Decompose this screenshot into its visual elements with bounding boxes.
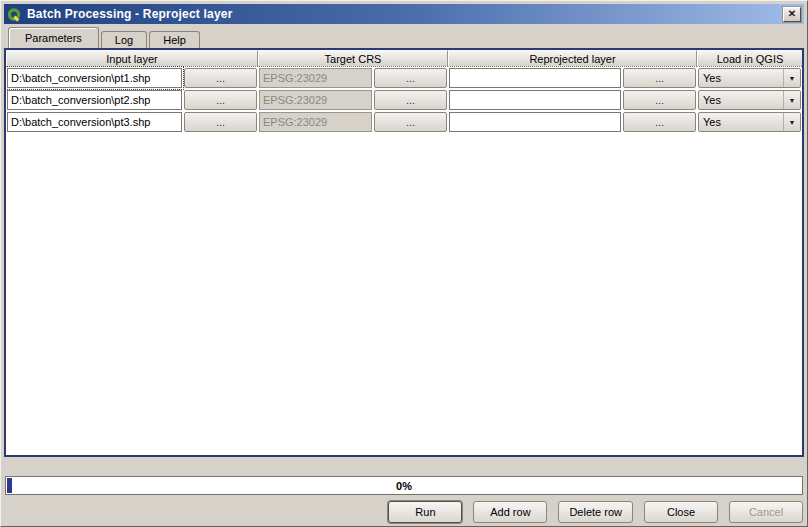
column-header-target-crs: Target CRS [258, 50, 448, 67]
reprojected-layer-field[interactable] [449, 68, 621, 88]
target-crs-browse-button[interactable]: ... [374, 68, 447, 88]
input-layer-field[interactable]: D:\batch_conversion\pt1.shp [7, 68, 182, 88]
reprojected-layer-browse-button[interactable]: ... [623, 90, 696, 110]
column-header-load-in-qgis: Load in QGIS [697, 50, 802, 67]
reprojected-layer-field[interactable] [449, 112, 621, 132]
load-in-qgis-select[interactable]: Yes ▼ [698, 112, 801, 132]
target-crs-browse-button[interactable]: ... [374, 90, 447, 110]
load-in-qgis-select[interactable]: Yes ▼ [698, 90, 801, 110]
close-icon[interactable]: ✕ [783, 7, 801, 22]
delete-row-button[interactable]: Delete row [558, 501, 633, 523]
load-in-qgis-value: Yes [699, 72, 783, 84]
reprojected-layer-browse-button[interactable]: ... [623, 112, 696, 132]
input-layer-browse-button[interactable]: ... [184, 68, 257, 88]
add-row-button[interactable]: Add row [473, 501, 547, 523]
load-in-qgis-value: Yes [699, 94, 783, 106]
chevron-down-icon: ▼ [783, 69, 800, 87]
table-row: D:\batch_conversion\pt2.shp ... EPSG:230… [6, 89, 802, 111]
tab-help[interactable]: Help [149, 31, 200, 48]
window-title: Batch Processing - Reproject layer [27, 7, 783, 21]
reprojected-layer-field[interactable] [449, 90, 621, 110]
cancel-button[interactable]: Cancel [729, 501, 803, 523]
input-layer-field[interactable]: D:\batch_conversion\pt3.shp [7, 112, 182, 132]
run-button[interactable]: Run [388, 501, 462, 523]
load-in-qgis-select[interactable]: Yes ▼ [698, 68, 801, 88]
column-header-input-layer: Input layer [6, 50, 258, 67]
chevron-down-icon: ▼ [783, 113, 800, 131]
input-layer-browse-button[interactable]: ... [184, 90, 257, 110]
target-crs-browse-button[interactable]: ... [374, 112, 447, 132]
load-in-qgis-value: Yes [699, 116, 783, 128]
batch-table: Input layer Target CRS Reprojected layer… [4, 48, 804, 457]
tab-parameters[interactable]: Parameters [8, 27, 99, 48]
batch-processing-dialog: Batch Processing - Reproject layer ✕ Par… [0, 0, 808, 527]
input-layer-field[interactable]: D:\batch_conversion\pt2.shp [7, 90, 182, 110]
qgis-icon [7, 7, 22, 22]
progress-bar: 0% [5, 476, 803, 495]
input-layer-browse-button[interactable]: ... [184, 112, 257, 132]
target-crs-field: EPSG:23029 [259, 90, 372, 110]
chevron-down-icon: ▼ [783, 91, 800, 109]
close-button[interactable]: Close [644, 501, 718, 523]
table-row: D:\batch_conversion\pt1.shp ... EPSG:230… [6, 67, 802, 89]
dialog-button-row: Run Add row Delete row Close Cancel [388, 501, 803, 523]
target-crs-field: EPSG:23029 [259, 112, 372, 132]
tab-bar: Parameters Log Help [8, 27, 202, 48]
title-bar[interactable]: Batch Processing - Reproject layer ✕ [4, 4, 804, 24]
tab-log[interactable]: Log [101, 31, 147, 48]
table-header-row: Input layer Target CRS Reprojected layer… [6, 50, 802, 67]
column-header-reprojected-layer: Reprojected layer [448, 50, 697, 67]
reprojected-layer-browse-button[interactable]: ... [623, 68, 696, 88]
target-crs-field: EPSG:23029 [259, 68, 372, 88]
progress-percentage: 0% [6, 477, 802, 494]
table-row: D:\batch_conversion\pt3.shp ... EPSG:230… [6, 111, 802, 133]
